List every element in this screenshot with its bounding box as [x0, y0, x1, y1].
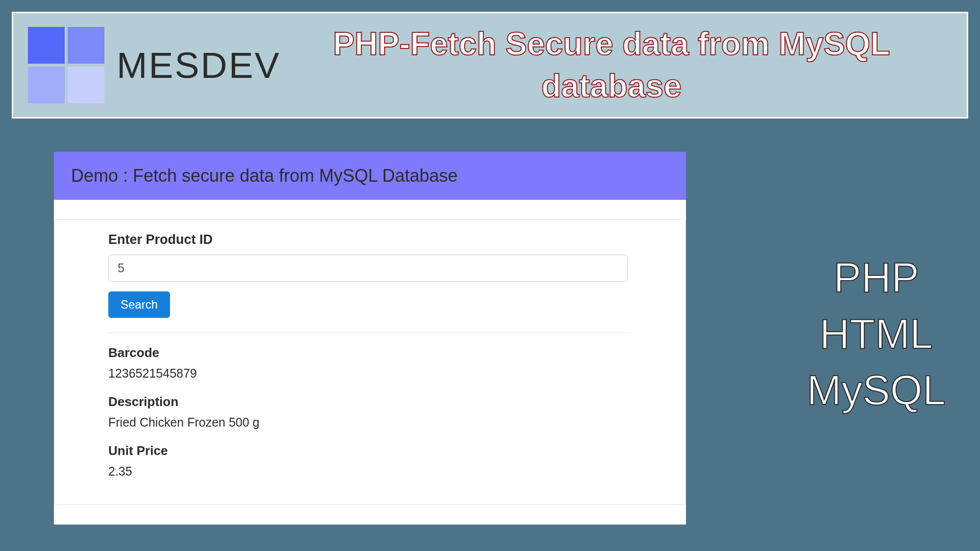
unit-price-value: 2.35 [108, 464, 632, 479]
demo-body: Enter Product ID Search Barcode 12365215… [54, 200, 686, 525]
unit-price-label: Unit Price [108, 443, 632, 458]
barcode-value: 1236521545879 [108, 366, 632, 381]
logo-icon [28, 27, 104, 103]
side-label-mysql: MySQL [807, 362, 946, 419]
demo-header: Demo : Fetch secure data from MySQL Data… [54, 152, 686, 200]
description-value: Fried Chicken Frozen 500 g [108, 415, 632, 430]
product-id-label: Enter Product ID [108, 232, 632, 247]
logo-square [28, 67, 65, 103]
barcode-label: Barcode [108, 345, 632, 360]
description-label: Description [108, 394, 632, 409]
demo-title: Demo : Fetch secure data from MySQL Data… [71, 166, 669, 186]
header-title: PHP-Fetch Secure data from MySQL databas… [291, 23, 952, 107]
search-button[interactable]: Search [108, 291, 170, 318]
logo-square [28, 27, 65, 64]
logo-square [68, 67, 104, 103]
side-label-html: HTML [807, 306, 946, 362]
logo-container: MESDEV [28, 27, 281, 103]
divider [108, 333, 632, 333]
demo-window: Demo : Fetch secure data from MySQL Data… [54, 152, 686, 525]
demo-card: Enter Product ID Search Barcode 12365215… [54, 219, 686, 505]
header-banner: MESDEV PHP-Fetch Secure data from MySQL … [12, 12, 968, 119]
logo-text: MESDEV [117, 44, 281, 86]
product-id-input[interactable] [108, 255, 628, 282]
logo-square [68, 27, 104, 64]
side-label-php: PHP [807, 250, 946, 306]
side-labels: PHP HTML MySQL [807, 250, 946, 418]
